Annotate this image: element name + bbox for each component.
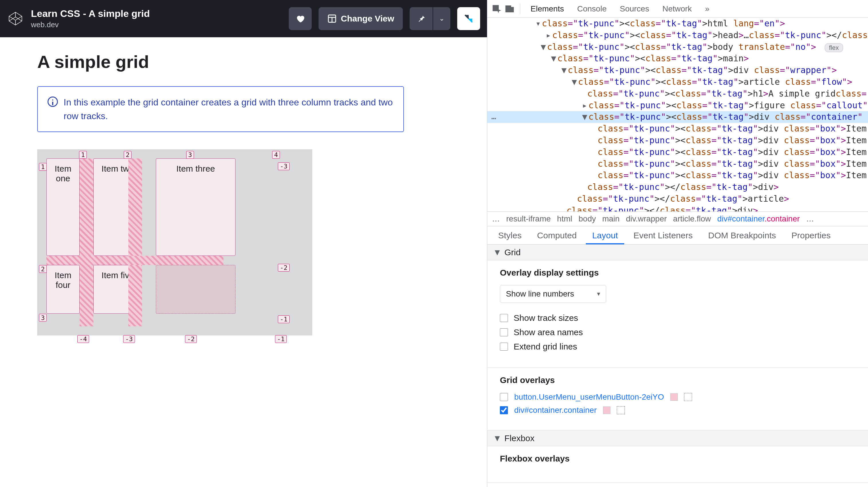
grid-line-label: -1 (278, 315, 290, 323)
codepen-run-button[interactable] (457, 7, 480, 30)
overlay-checkbox[interactable] (500, 393, 508, 401)
overlay-checkbox[interactable] (500, 406, 508, 414)
grid-line-label: -3 (123, 335, 135, 343)
grid-line-label: 3 (186, 151, 194, 159)
dom-line[interactable]: ▼class="tk-punc"><class="tk-tag">article… (487, 76, 868, 88)
grid-overlay-row: button.UserMenu_userMenuButton-2eiYO (500, 392, 868, 402)
dom-breadcrumb[interactable]: …result-iframehtmlbodymaindiv.wrapperart… (487, 211, 868, 226)
heading: A simple grid (37, 52, 450, 72)
overlay-color-swatch[interactable] (603, 406, 611, 414)
grid-line-label: -2 (185, 335, 197, 343)
grid-section-header[interactable]: ▼Grid (487, 245, 868, 261)
show-area-names-check[interactable]: Show area names (500, 328, 868, 337)
subtab-dom-breakpoints[interactable]: DOM Breakpoints (702, 226, 782, 244)
dom-line[interactable]: class="tk-punc"></class="tk-tag">div> (487, 181, 868, 193)
styles-tabbar: StylesComputedLayoutEvent ListenersDOM B… (487, 226, 868, 245)
flexbox-section-header[interactable]: ▼Flexbox (487, 431, 868, 446)
breadcrumb-item[interactable]: div#container.container (717, 214, 800, 223)
grid-line-label: 3 (39, 314, 47, 322)
dom-line[interactable]: class="tk-punc"></class="tk-tag">div> (487, 205, 868, 211)
subtab-layout[interactable]: Layout (586, 226, 624, 244)
breadcrumb-item[interactable]: div.wrapper (626, 214, 667, 223)
grid-gap-col (128, 158, 142, 326)
subtab-event-listeners[interactable]: Event Listeners (627, 226, 699, 244)
grid-line-label: 1 (39, 163, 47, 171)
grid-line-label: 2 (124, 151, 131, 159)
pin-button[interactable] (410, 7, 433, 30)
grid-line-label: -2 (278, 264, 290, 272)
grid-line-label: -3 (278, 162, 290, 170)
checkbox[interactable] (500, 328, 508, 336)
breadcrumb-item[interactable]: body (579, 214, 596, 223)
overlay-grid-icon[interactable] (617, 406, 625, 414)
change-view-button[interactable]: Change View (318, 7, 403, 30)
dom-line[interactable]: class="tk-punc"><class="tk-tag">h1>A sim… (487, 88, 868, 100)
dom-line[interactable]: ▼class="tk-punc"><class="tk-tag">div cla… (487, 111, 868, 123)
breadcrumb-item: … (806, 214, 814, 223)
breadcrumb-item[interactable]: main (602, 214, 620, 223)
dom-line[interactable]: ▼class="tk-punc"><class="tk-tag">main> (487, 53, 868, 64)
dom-line[interactable]: ▸class="tk-punc"><class="tk-tag">head>…c… (487, 30, 868, 41)
change-view-label: Change View (341, 14, 394, 24)
grid-demo: Item one Item two Item three Item four I… (37, 149, 312, 335)
breadcrumb-item[interactable]: result-iframe (506, 214, 551, 223)
show-track-sizes-check[interactable]: Show track sizes (500, 313, 868, 323)
tab-elements[interactable]: Elements (525, 0, 570, 18)
layout-panel: ▼Grid Overlay display settings Show line… (487, 245, 868, 487)
tab-sources[interactable]: Sources (614, 0, 655, 18)
grid-line-label: 1 (79, 151, 87, 159)
dropdown-label: Show line numbers (506, 289, 574, 299)
tab-network[interactable]: Network (657, 0, 698, 18)
dom-line[interactable]: ▾class="tk-punc"><class="tk-tag">html la… (487, 18, 868, 30)
dom-line[interactable]: class="tk-punc"></class="tk-tag">article… (487, 193, 868, 205)
dom-line[interactable]: class="tk-punc"><class="tk-tag">div clas… (487, 123, 868, 135)
subtab-properties[interactable]: Properties (785, 226, 837, 244)
line-numbers-dropdown[interactable]: Show line numbers (500, 285, 606, 303)
grid-box: Item four (46, 265, 80, 314)
check-label: Show track sizes (514, 313, 578, 323)
checkbox[interactable] (500, 314, 508, 322)
overlay-color-swatch[interactable] (670, 393, 678, 401)
dom-line[interactable]: class="tk-punc"><class="tk-tag">div clas… (487, 146, 868, 158)
grid-gap-col (80, 158, 93, 326)
subtab-styles[interactable]: Styles (492, 226, 528, 244)
checkbox[interactable] (500, 343, 508, 351)
page-author[interactable]: web.dev (31, 20, 282, 29)
overlay-name[interactable]: button.UserMenu_userMenuButton-2eiYO (514, 392, 664, 402)
dom-line[interactable]: ▸class="tk-punc"><class="tk-tag">figure … (487, 100, 868, 112)
breadcrumb-item[interactable]: article.flow (673, 214, 711, 223)
devtools-tabbar: Elements Console Sources Network » 1 (487, 0, 868, 18)
dom-line[interactable]: ▼class="tk-punc"><class="tk-tag">body tr… (487, 41, 868, 53)
breadcrumb-item: … (492, 214, 500, 223)
svg-rect-8 (511, 7, 513, 12)
extend-grid-lines-check[interactable]: Extend grid lines (500, 342, 868, 352)
inspect-element-icon[interactable] (491, 3, 502, 14)
info-callout: In this example the grid container creat… (37, 86, 404, 132)
dom-line[interactable]: class="tk-punc"><class="tk-tag">div clas… (487, 170, 868, 181)
overlay-grid-icon[interactable] (684, 393, 692, 401)
subtab-computed[interactable]: Computed (531, 226, 583, 244)
grid-overlays-header: Grid overlays (500, 375, 868, 385)
grid-line-label: 2 (39, 265, 47, 273)
overlay-name[interactable]: div#container.container (514, 406, 597, 415)
dom-tree[interactable]: ▾class="tk-punc"><class="tk-tag">html la… (487, 18, 868, 211)
breadcrumb-item[interactable]: html (557, 214, 572, 223)
heart-button[interactable] (289, 7, 312, 30)
page-title: Learn CSS - A simple grid (31, 8, 282, 19)
dom-line[interactable]: class="tk-punc"><class="tk-tag">div clas… (487, 135, 868, 146)
overlay-settings-header: Overlay display settings (500, 268, 868, 278)
grid-line-label: 4 (272, 151, 280, 159)
check-label: Show area names (514, 328, 583, 337)
grid-box: Item three (156, 158, 236, 256)
dom-line[interactable]: ▼class="tk-punc"><class="tk-tag">div cla… (487, 64, 868, 76)
codepen-topbar: Learn CSS - A simple grid web.dev Change… (0, 0, 487, 37)
devtools-panel: Elements Console Sources Network » 1 ▾cl… (487, 0, 868, 487)
codepen-logo-icon (7, 10, 24, 27)
tab-console[interactable]: Console (571, 0, 613, 18)
dom-line[interactable]: class="tk-punc"><class="tk-tag">div clas… (487, 158, 868, 170)
grid-section-label: Grid (504, 247, 521, 257)
pin-dropdown-button[interactable]: ⌄ (433, 7, 450, 30)
callout-text: In this example the grid container creat… (64, 95, 394, 123)
tabs-more[interactable]: » (699, 0, 715, 18)
device-toolbar-icon[interactable] (504, 3, 515, 14)
